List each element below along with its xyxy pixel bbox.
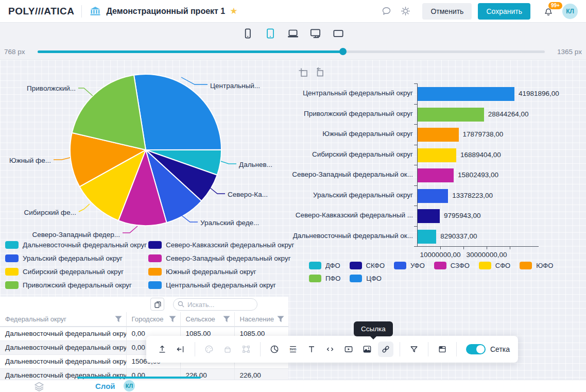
device-laptop-button[interactable]: [285, 26, 301, 41]
add-frame-button[interactable]: [297, 66, 309, 78]
bar-4[interactable]: [417, 168, 454, 182]
add-chart-button[interactable]: [267, 342, 282, 357]
bar-category-label: Северо-Кавказский федеральный ...: [291, 211, 413, 219]
bar-y-tick: [414, 206, 417, 206]
layer-label[interactable]: Слой: [95, 382, 115, 390]
bar-x-tick: [440, 246, 441, 249]
filter-funnel-icon[interactable]: [169, 316, 176, 322]
bucket-icon: [222, 344, 233, 354]
collapse-left-button[interactable]: [173, 342, 188, 357]
bar-category-label: Северо-Западный федеральный ок...: [291, 171, 413, 178]
table-horizontal-scrollbar[interactable]: [77, 377, 201, 379]
comments-button[interactable]: [381, 6, 392, 16]
pie-chart[interactable]: Центральный...Дальнев...Северо-Ка...Урал…: [0, 64, 288, 240]
bar-category-label: Уральский федеральный округ: [291, 191, 413, 199]
legend-label: ПФО: [325, 275, 340, 282]
pie-label: Северо-Ка...: [228, 191, 268, 198]
bar-1[interactable]: [417, 108, 484, 122]
legend-label: Южный федеральный округ: [166, 268, 256, 276]
legend-item[interactable]: Северо-Кавказский федеральный округ: [148, 238, 294, 251]
avatar[interactable]: КЛ: [562, 4, 578, 19]
legend-item[interactable]: Дальневосточный федеральный округ: [5, 238, 148, 251]
slider-handle[interactable]: [339, 48, 347, 55]
pie-slice-ЦФО[interactable]: [134, 74, 221, 150]
rotate-frame-button[interactable]: [313, 66, 325, 78]
legend-item[interactable]: ПФО: [309, 275, 340, 282]
add-code-button[interactable]: [322, 342, 338, 357]
pie-label-leader: [221, 161, 236, 164]
table-column-header[interactable]: Сельское: [180, 312, 234, 327]
filter-funnel-icon[interactable]: [277, 316, 284, 322]
legend-item[interactable]: Южный федеральный округ: [148, 265, 294, 278]
bar-value-label: 15802493,00: [458, 171, 498, 179]
notifications-button[interactable]: 99+: [543, 6, 554, 17]
filter-funnel-icon[interactable]: [115, 316, 122, 322]
add-text-button[interactable]: [304, 342, 319, 357]
legend-item[interactable]: ЦФО: [350, 275, 382, 282]
palette-button[interactable]: [201, 342, 217, 357]
bar-x-tick: [487, 246, 487, 249]
legend-item[interactable]: СФО: [479, 262, 510, 269]
toolbar-tooltip: Ссылка: [354, 321, 393, 336]
bar-5[interactable]: [417, 189, 448, 203]
cancel-button[interactable]: Отменить: [422, 3, 472, 20]
legend-item[interactable]: УФО: [394, 262, 425, 269]
add-video-button[interactable]: [341, 342, 356, 357]
filter-button[interactable]: [406, 342, 422, 357]
upload-button[interactable]: [154, 342, 170, 357]
laptop-icon: [286, 27, 300, 40]
legend-label: Центральный федеральный округ: [166, 281, 276, 289]
table-search-input[interactable]: [173, 298, 257, 311]
bar-2[interactable]: [417, 128, 459, 142]
layers-button[interactable]: [33, 381, 45, 392]
legend-item[interactable]: ДФО: [309, 262, 340, 269]
legend-item[interactable]: Центральный федеральный округ: [148, 278, 294, 292]
legend-item[interactable]: СЗФО: [434, 262, 470, 269]
viewport-width-slider[interactable]: [38, 50, 545, 53]
favorite-star-icon[interactable]: ★: [230, 6, 237, 16]
transform-button[interactable]: [238, 342, 254, 357]
bar-0[interactable]: [417, 87, 514, 101]
add-svg-button[interactable]: SVG: [285, 342, 301, 357]
dashboard-canvas[interactable]: Центральный...Дальнев...Северо-Ка...Урал…: [0, 60, 586, 380]
legend-item[interactable]: ЮФО: [520, 262, 553, 269]
legend-item[interactable]: Уральский федеральный округ: [5, 251, 148, 265]
table-column-header[interactable]: Население: [234, 312, 288, 327]
table-cell: 226,00: [234, 368, 288, 380]
bar-3[interactable]: [417, 148, 456, 162]
table-column-header[interactable]: Городское: [126, 312, 180, 327]
grid-toggle[interactable]: Сетка: [466, 344, 510, 354]
legend-swatch: [5, 268, 19, 276]
filter-funnel-icon[interactable]: [223, 316, 230, 322]
settings-button[interactable]: [400, 6, 411, 16]
legend-item[interactable]: Сибирский федеральный округ: [5, 265, 148, 278]
device-tv-button[interactable]: [331, 26, 346, 41]
fill-bucket-button[interactable]: [220, 342, 235, 357]
copy-table-button[interactable]: [150, 298, 164, 311]
legend-swatch: [148, 254, 162, 262]
legend-item[interactable]: СКФО: [350, 262, 385, 269]
pie-label-leader: [78, 88, 93, 96]
bar-6[interactable]: [417, 209, 440, 223]
table-cell: Дальневосточный федеральный округ: [0, 340, 126, 354]
add-link-button[interactable]: [378, 342, 393, 357]
device-phone-button[interactable]: [240, 26, 255, 41]
window-layout-button[interactable]: [435, 342, 450, 357]
grid-toggle-switch[interactable]: [466, 344, 486, 354]
bar-chart-legend: ДФОСКФОУФОСЗФОСФОЮФОПФОЦФО: [309, 262, 582, 282]
toolbar-divider: [456, 342, 457, 356]
table-column-header[interactable]: Федеральный округ: [0, 312, 126, 327]
legend-item[interactable]: Приволжский федеральный округ: [5, 278, 148, 292]
add-image-button[interactable]: [359, 342, 375, 357]
bar-7[interactable]: [417, 230, 436, 244]
device-tablet-button[interactable]: [263, 26, 278, 41]
bar-chart[interactable]: Центральный федеральный округ41981896,00…: [291, 82, 579, 268]
save-button[interactable]: Сохранить: [478, 3, 530, 20]
legend-label: ДФО: [325, 262, 340, 269]
pie-label: Центральный...: [210, 82, 260, 90]
device-desktop-button[interactable]: [308, 26, 323, 41]
legend-label: Северо-Западный федеральный округ: [166, 254, 291, 262]
project-icon: [89, 5, 101, 18]
collapse-left-icon: [176, 344, 186, 354]
legend-item[interactable]: Северо-Западный федеральный округ: [148, 251, 294, 265]
